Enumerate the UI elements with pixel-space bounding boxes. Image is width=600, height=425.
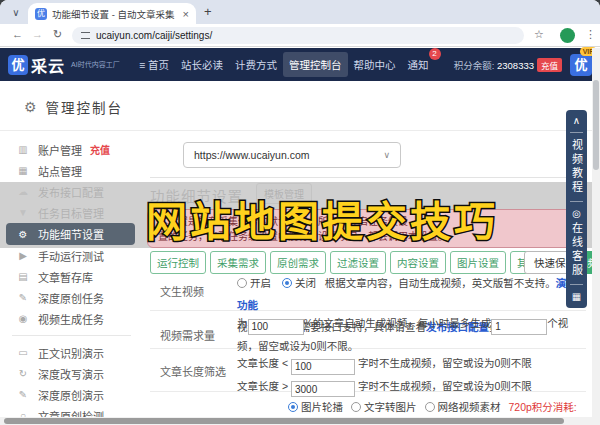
- site-select[interactable]: https://www.ucaiyun.com ∨: [183, 142, 401, 168]
- option-image-carousel[interactable]: 图片轮播: [301, 401, 343, 413]
- horizontal-scrollbar[interactable]: [0, 417, 592, 425]
- url-text: ucaiyun.com/caiji/settings/: [96, 30, 212, 41]
- site-navbar: 优 采云 AI时代内容工厂 ≡ 首页 站长必读 计费方式 管理控制台 帮助中心 …: [0, 48, 600, 81]
- bookmark-star-icon[interactable]: ☆: [534, 28, 544, 41]
- tab-content-settings[interactable]: 内容设置: [390, 251, 446, 274]
- new-tab-button[interactable]: +: [204, 4, 212, 19]
- tab-title: 功能细节设置 - 自动文章采集: [52, 7, 178, 21]
- vertical-scrollbar[interactable]: [592, 48, 600, 425]
- radio-off[interactable]: [282, 278, 292, 288]
- radio-image-carousel[interactable]: [288, 402, 298, 412]
- tab-filter-settings[interactable]: 过滤设置: [330, 251, 386, 274]
- len-l2-post: 字时不生成视频，留空或设为0则不限: [358, 380, 532, 392]
- vertical-scrollbar-thumb[interactable]: [593, 80, 599, 170]
- browser-tabstrip: ∨ 优 功能细节设置 - 自动文章采集 × +: [0, 0, 600, 24]
- tab-search-icon[interactable]: ∨: [8, 5, 24, 21]
- tab-original-demand[interactable]: 原创需求: [270, 251, 326, 274]
- tab-image-settings[interactable]: 图片设置: [450, 251, 506, 274]
- option-text-to-image[interactable]: 文字转图片: [364, 401, 417, 413]
- tab-close-icon[interactable]: ×: [183, 8, 189, 20]
- recharge-tag[interactable]: 充值: [90, 142, 110, 157]
- radio-web-video[interactable]: [425, 402, 435, 412]
- min-length-input[interactable]: [291, 359, 355, 375]
- video-tutorial-button[interactable]: 视频教程: [569, 139, 585, 195]
- len-l1-post: 字时不生成视频，留空或设为0则不限: [358, 357, 532, 369]
- nav-item-must-read[interactable]: 站长必读: [175, 52, 229, 77]
- collapse-chevron-icon[interactable]: ∧: [573, 115, 580, 126]
- row-label-video-demand: 视频需求量: [160, 327, 215, 343]
- browser-profile-avatar[interactable]: [560, 28, 575, 43]
- max-length-input[interactable]: [291, 381, 355, 397]
- row-label-video-gen: 文生视频: [160, 283, 204, 299]
- logo-name[interactable]: 采云: [31, 53, 65, 77]
- nav-item-notifications[interactable]: 通知2: [402, 52, 435, 77]
- refresh-icon: ↻: [16, 368, 30, 379]
- logo-mark[interactable]: 优: [8, 55, 28, 75]
- play-icon: ▶: [16, 250, 30, 261]
- tab-collect-demand[interactable]: 采集需求: [210, 251, 266, 274]
- gear-icon: ⚙: [24, 99, 37, 115]
- user-avatar[interactable]: 优VIP: [570, 54, 592, 76]
- points-balance: 积分余额: 2308333充值: [454, 58, 562, 72]
- header-divider: [0, 130, 592, 131]
- notification-badge: 2: [429, 48, 441, 60]
- floating-widget: ∧ 视频教程 ◎ 在线客服 ▦: [566, 110, 587, 308]
- bell-icon: ◎: [572, 208, 581, 219]
- site-select-value: https://www.ucaiyun.com: [194, 149, 310, 161]
- archive-icon: ▤: [16, 271, 30, 282]
- per-hour-input[interactable]: [491, 319, 547, 335]
- row-content-video-demand: 为%的文章自动生成视频，每小时最多生成个视频，留空或设为0则不限。: [237, 312, 587, 357]
- sidebar-item-video-task[interactable]: ◉视频生成任务: [0, 308, 145, 329]
- sidebar-divider: [12, 335, 131, 336]
- option-web-video[interactable]: 网络视频素材: [438, 401, 501, 413]
- tab-run-control[interactable]: 运行控制: [150, 251, 206, 274]
- video-icon: ◉: [16, 313, 30, 324]
- sidebar-item-manual-test[interactable]: ▶手动运行测试: [0, 245, 145, 266]
- row-label-length-filter: 文章长度筛选: [160, 363, 226, 379]
- nav-item-home[interactable]: ≡ 首页: [133, 52, 175, 77]
- edit-icon: ✎: [16, 292, 30, 303]
- len-l2-pre: 文章长度 >: [237, 380, 288, 392]
- horizontal-scrollbar-thumb[interactable]: [4, 418, 564, 424]
- logo-tagline: AI时代内容工厂: [71, 61, 123, 69]
- online-service-button[interactable]: 在线客服: [569, 222, 585, 278]
- sidebar-item-article-buffer[interactable]: ▤文章暂存库: [0, 266, 145, 287]
- recharge-button[interactable]: 充值: [537, 58, 562, 72]
- sidebar-item-account[interactable]: ▥账户管理充值: [0, 139, 145, 160]
- hamburger-icon: ≡: [139, 59, 145, 71]
- qrcode-icon[interactable]: ▦: [572, 291, 581, 302]
- sidebar-item-rewrite-demo[interactable]: ↻深度改写演示: [0, 363, 145, 384]
- row-content-length-filter: 文章长度 < 字时不生成视频，留空或设为0则不限 文章长度 > 字时不生成视频，…: [237, 352, 587, 397]
- forward-icon[interactable]: →: [32, 28, 43, 40]
- nav-item-console[interactable]: 管理控制台: [283, 52, 348, 77]
- site-list-icon: ▦: [16, 165, 30, 176]
- video-watermark-text: 网站地图提交技巧: [146, 188, 498, 248]
- sidebar-item-sites[interactable]: ▦站点管理: [0, 160, 145, 181]
- radio-text-to-image[interactable]: [351, 402, 361, 412]
- favicon: 优: [35, 8, 47, 20]
- back-icon[interactable]: ←: [12, 28, 23, 40]
- browser-tab[interactable]: 优 功能细节设置 - 自动文章采集 ×: [28, 3, 196, 24]
- edit-icon: ✎: [16, 389, 30, 400]
- browser-toolbar: ← → ↻ ucaiyun.com/caiji/settings/ ☆ ⋮: [0, 24, 600, 47]
- radio-off-label[interactable]: 关闭: [295, 277, 316, 289]
- sidebar-item-detail-settings[interactable]: ⚙功能细节设置: [6, 223, 135, 245]
- radio-on[interactable]: [237, 278, 247, 288]
- chart-icon: ▥: [16, 144, 30, 155]
- address-bar[interactable]: ucaiyun.com/caiji/settings/: [72, 27, 524, 44]
- sidebar-item-original-demo[interactable]: ✎深度原创演示: [0, 384, 145, 405]
- site-info-icon[interactable]: [81, 32, 90, 39]
- sidebar-item-deep-original-task[interactable]: ✎深度原创任务: [0, 287, 145, 308]
- sidebar-item-body-recognition-demo[interactable]: ▭正文识别演示: [0, 342, 145, 363]
- nav-item-help[interactable]: 帮助中心: [348, 52, 402, 77]
- browser-menu-icon[interactable]: ⋮: [585, 28, 596, 41]
- app-window: ∨ 优 功能细节设置 - 自动文章采集 × + ← → ↻ ucaiyun.co…: [0, 0, 600, 425]
- page-title: 管理控制台: [46, 97, 124, 117]
- radio-on-label[interactable]: 开启: [250, 277, 271, 289]
- gears-icon: ⚙: [16, 229, 30, 240]
- nav-item-billing[interactable]: 计费方式: [229, 52, 283, 77]
- video-gen-desc: 根据文章内容，自动生成视频，英文版暂不支持。: [325, 277, 556, 289]
- reload-icon[interactable]: ↻: [53, 28, 62, 41]
- percent-input[interactable]: [248, 319, 304, 335]
- monitor-icon: ▭: [16, 347, 30, 358]
